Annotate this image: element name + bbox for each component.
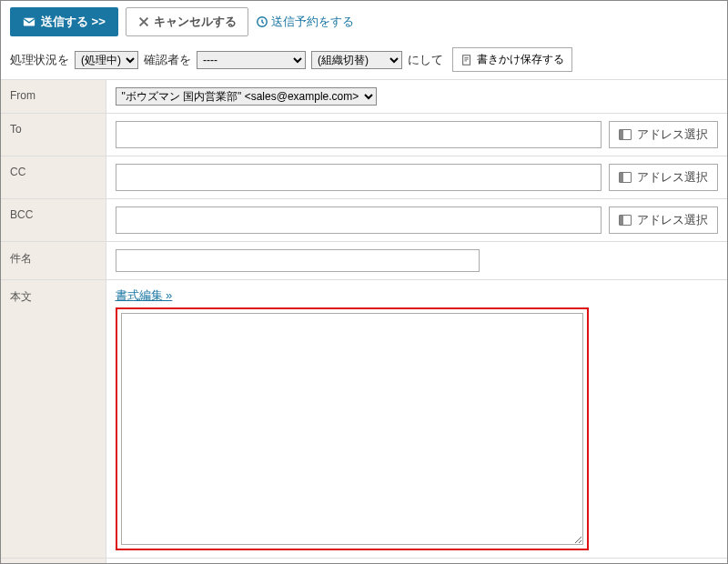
mail-icon: [23, 15, 35, 28]
bcc-row: BCC アドレス選択: [1, 199, 727, 242]
svg-rect-2: [463, 55, 470, 65]
subject-row: 件名: [1, 242, 727, 280]
bcc-label: BCC: [1, 199, 106, 242]
signature-label: 署名: [1, 559, 106, 565]
clock-icon: [256, 15, 268, 28]
cc-addr-select-button[interactable]: アドレス選択: [609, 164, 718, 191]
address-book-icon: [619, 215, 632, 226]
format-edit-link[interactable]: 書式編集 »: [116, 288, 173, 302]
to-row: To アドレス選択: [1, 114, 727, 156]
status-select[interactable]: (処理中): [75, 51, 138, 69]
addr-select-label: アドレス選択: [637, 126, 708, 143]
status-label: 処理状況を: [10, 52, 69, 68]
confirmer-select[interactable]: ----: [197, 51, 306, 69]
compose-form: From "ボウズマン 国内営業部" <sales@example.com> T…: [1, 79, 727, 564]
filter-bar: 処理状況を (処理中) 確認者を ---- (組織切替) にして 書きかけ保存す…: [1, 40, 727, 79]
confirmer-label: 確認者を: [144, 52, 191, 68]
from-select[interactable]: "ボウズマン 国内営業部" <sales@example.com>: [116, 87, 377, 106]
svg-rect-0: [24, 18, 35, 26]
main-toolbar: 送信する >> キャンセルする 送信予約をする: [1, 1, 727, 40]
subject-input[interactable]: [116, 249, 480, 272]
bcc-input[interactable]: [116, 206, 602, 234]
reserve-send-link[interactable]: 送信予約をする: [256, 14, 354, 30]
reserve-send-label: 送信予約をする: [271, 14, 354, 30]
to-addr-select-button[interactable]: アドレス選択: [609, 121, 718, 148]
send-button[interactable]: 送信する >>: [10, 7, 118, 36]
address-book-icon: [619, 172, 632, 183]
filter-suffix-label: にして: [408, 52, 443, 68]
from-row: From "ボウズマン 国内営業部" <sales@example.com>: [1, 80, 727, 114]
cc-row: CC アドレス選択: [1, 156, 727, 199]
to-input[interactable]: [116, 121, 602, 148]
body-highlight-wrapper: [116, 307, 589, 550]
addr-select-label: アドレス選択: [637, 212, 708, 228]
body-textarea[interactable]: [121, 313, 583, 545]
org-select[interactable]: (組織切替): [311, 51, 402, 69]
cancel-button[interactable]: キャンセルする: [126, 7, 248, 36]
addr-select-label: アドレス選択: [637, 169, 708, 186]
to-label: To: [1, 114, 106, 156]
close-icon: [137, 15, 150, 28]
address-book-icon: [619, 129, 632, 140]
cc-input[interactable]: [116, 164, 602, 191]
send-button-label: 送信する >>: [41, 14, 106, 30]
save-draft-label: 書きかけ保存する: [477, 52, 564, 67]
save-draft-button[interactable]: 書きかけ保存する: [452, 47, 572, 72]
body-label: 本文: [1, 280, 106, 559]
cc-label: CC: [1, 156, 106, 199]
signature-row: 署名 (なし): [1, 559, 727, 565]
bcc-addr-select-button[interactable]: アドレス選択: [609, 206, 718, 234]
cancel-button-label: キャンセルする: [154, 14, 237, 30]
draft-icon: [460, 54, 473, 66]
body-row: 本文 書式編集 »: [1, 280, 727, 559]
from-label: From: [1, 80, 106, 114]
subject-label: 件名: [1, 242, 106, 280]
